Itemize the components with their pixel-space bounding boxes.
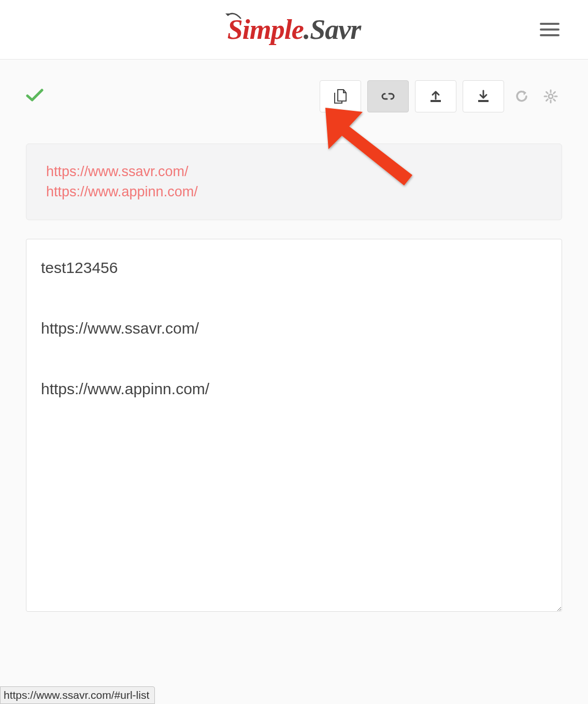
logo-arrow-icon (224, 11, 243, 22)
hamburger-menu-icon[interactable] (540, 19, 560, 40)
svg-rect-0 (431, 100, 441, 102)
settings-button[interactable] (539, 85, 562, 108)
copy-button[interactable] (320, 80, 361, 112)
files-icon (333, 89, 348, 104)
svg-line-8 (554, 99, 555, 101)
chain-link-icon (380, 90, 396, 103)
browser-status-bar: https://www.ssavr.com/#url-list (0, 686, 155, 704)
logo-dot: . (304, 13, 310, 46)
refresh-button[interactable] (510, 85, 533, 108)
download-icon (476, 90, 491, 103)
svg-point-2 (549, 94, 553, 98)
toolbar (26, 80, 562, 112)
svg-line-7 (547, 92, 548, 94)
svg-line-10 (554, 92, 555, 94)
extracted-url-link[interactable]: https://www.appinn.com/ (46, 182, 542, 202)
main-content: https://www.ssavr.com/ https://www.appin… (0, 60, 588, 704)
svg-rect-1 (478, 100, 489, 102)
upload-button[interactable] (415, 80, 456, 112)
status-url-text: https://www.ssavr.com/#url-list (4, 689, 149, 701)
note-textarea[interactable] (26, 239, 562, 612)
logo-savr: Savr (310, 13, 361, 46)
app-header: Simple.Savr (0, 0, 588, 60)
upload-icon (428, 90, 443, 103)
url-list-panel: https://www.ssavr.com/ https://www.appin… (26, 143, 562, 220)
saved-check-icon (26, 87, 44, 107)
extracted-url-link[interactable]: https://www.ssavr.com/ (46, 162, 542, 182)
gear-icon (543, 89, 558, 104)
app-logo: Simple.Savr (227, 13, 361, 46)
toolbar-buttons (320, 80, 562, 112)
link-button[interactable] (367, 80, 409, 112)
refresh-icon (515, 90, 528, 103)
download-button[interactable] (463, 80, 504, 112)
svg-line-9 (547, 99, 548, 101)
